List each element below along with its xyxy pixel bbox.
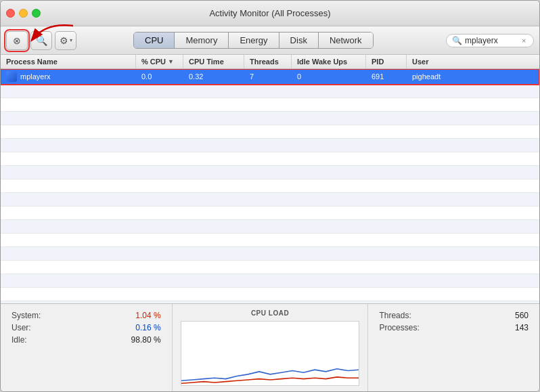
stat-user: User: 0.16 % [12, 323, 161, 332]
stat-processes-label: Processes: [379, 323, 419, 332]
stat-user-value: 0.16 % [135, 323, 160, 332]
empty-row [1, 139, 539, 152]
col-user[interactable]: User [407, 55, 461, 68]
toolbar: ⊗ 🔍 ⚙ ▾ CPU Memory Energy Disk Network 🔍… [1, 26, 539, 55]
process-icon [6, 71, 17, 82]
stop-icon: ⊗ [13, 35, 21, 46]
cpu-stats-left: System: 1.04 % User: 0.16 % Idle: 98.80 … [1, 304, 173, 391]
col-cpu-time[interactable]: CPU Time [183, 55, 244, 68]
cell-user: pigheadt [407, 69, 461, 84]
stat-idle-label: Idle: [12, 335, 27, 345]
stat-system-value: 1.04 % [135, 311, 160, 320]
tab-network[interactable]: Network [319, 32, 373, 48]
stat-threads-value: 560 [515, 311, 528, 320]
stat-user-label: User: [12, 323, 31, 332]
cell-idle-wake: 0 [292, 69, 366, 84]
stat-threads-label: Threads: [379, 311, 411, 320]
process-table: Process Name % CPU ▼ CPU Time Threads Id… [1, 55, 539, 303]
traffic-lights: × − + [6, 9, 41, 18]
cell-cpu-time: 0.32 [183, 69, 244, 84]
stop-process-button[interactable]: ⊗ [6, 31, 28, 50]
cell-process-name: mplayerx [1, 69, 136, 84]
svg-rect-0 [181, 322, 359, 385]
inspect-icon: 🔍 [36, 35, 47, 46]
empty-row [1, 179, 539, 193]
inspect-process-button[interactable]: 🔍 [30, 31, 52, 50]
stat-idle: Idle: 98.80 % [12, 335, 161, 345]
empty-row [1, 234, 539, 247]
stat-idle-value: 98.80 % [131, 335, 161, 345]
stat-processes: Processes: 143 [379, 323, 528, 332]
col-process-name[interactable]: Process Name [1, 55, 136, 68]
maximize-button[interactable]: + [32, 9, 41, 18]
col-threads[interactable]: Threads [244, 55, 292, 68]
empty-row [1, 125, 539, 139]
search-input[interactable] [465, 36, 519, 45]
cpu-load-title: CPU LOAD [251, 309, 289, 317]
tab-group: CPU Memory Energy Disk Network [133, 32, 374, 49]
col-pid[interactable]: PID [366, 55, 407, 68]
search-icon: 🔍 [452, 36, 462, 45]
tab-memory[interactable]: Memory [175, 32, 229, 48]
empty-row [1, 247, 539, 261]
empty-row [1, 220, 539, 234]
col-idle-wake[interactable]: Idle Wake Ups [292, 55, 366, 68]
empty-row [1, 274, 539, 288]
empty-row [1, 261, 539, 274]
gear-menu-button[interactable]: ⚙ ▾ [55, 31, 76, 50]
table-header: Process Name % CPU ▼ CPU Time Threads Id… [1, 55, 539, 69]
search-clear-button[interactable]: × [522, 37, 526, 45]
stat-system: System: 1.04 % [12, 311, 161, 320]
empty-row [1, 206, 539, 220]
gear-icon: ⚙ [60, 35, 68, 46]
cpu-graph-svg [181, 322, 359, 385]
stat-system-label: System: [12, 311, 41, 320]
cpu-graph-area [181, 321, 360, 386]
empty-row [1, 193, 539, 206]
stat-threads: Threads: 560 [379, 311, 528, 320]
cell-cpu-pct: 0.0 [136, 69, 183, 84]
cell-threads: 7 [244, 69, 292, 84]
minimize-button[interactable]: − [19, 9, 28, 18]
cpu-stats-right: Threads: 560 Processes: 143 [368, 304, 539, 391]
close-button[interactable]: × [6, 9, 15, 18]
empty-row [1, 85, 539, 98]
chevron-down-icon: ▾ [70, 37, 72, 43]
cpu-load-chart: CPU LOAD [173, 304, 369, 391]
empty-row [1, 166, 539, 179]
search-box: 🔍 × [446, 34, 534, 47]
main-window: × − + Activity Monitor (All Processes) ⊗… [0, 0, 540, 392]
tab-cpu[interactable]: CPU [134, 32, 175, 48]
cell-pid: 691 [366, 69, 407, 84]
bottom-panel: System: 1.04 % User: 0.16 % Idle: 98.80 … [1, 303, 539, 391]
empty-row [1, 112, 539, 125]
empty-row [1, 98, 539, 112]
col-cpu-pct[interactable]: % CPU ▼ [136, 55, 183, 68]
sort-arrow-icon: ▼ [168, 58, 174, 65]
window-title: Activity Monitor (All Processes) [209, 8, 330, 18]
stat-processes-value: 143 [515, 323, 528, 332]
table-row[interactable]: mplayerx 0.0 0.32 7 0 691 pigheadt [1, 69, 539, 85]
empty-row [1, 288, 539, 301]
empty-row [1, 152, 539, 166]
tab-energy[interactable]: Energy [229, 32, 279, 48]
tab-disk[interactable]: Disk [279, 32, 319, 48]
title-bar: × − + Activity Monitor (All Processes) [1, 1, 539, 26]
